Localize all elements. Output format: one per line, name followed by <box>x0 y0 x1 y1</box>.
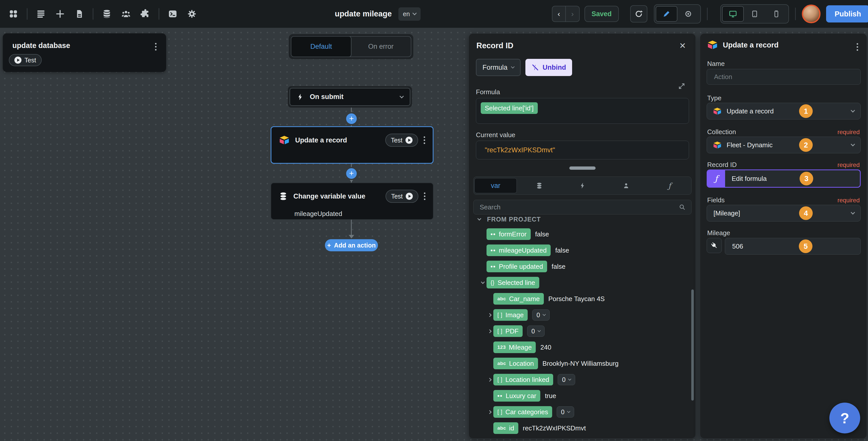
tree-row[interactable]: abcidrecTk2zWxIPKSDmvt <box>469 420 692 436</box>
tab-user[interactable] <box>605 178 647 193</box>
scrollbar-thumb[interactable] <box>691 290 694 401</box>
help-button[interactable]: ? <box>829 403 860 434</box>
search-input[interactable] <box>479 203 679 211</box>
chevron-right-icon[interactable] <box>486 330 493 333</box>
redo-button[interactable]: › <box>566 6 580 22</box>
mileage-input[interactable] <box>725 238 861 255</box>
name-input[interactable] <box>707 69 861 85</box>
test-step-button[interactable]: Test <box>385 134 418 147</box>
airtable-icon <box>279 136 289 145</box>
settings-gear-button[interactable] <box>184 6 200 22</box>
array-index-dropdown[interactable]: 0 <box>558 374 575 385</box>
type-select[interactable]: Update a record 1 <box>707 103 861 119</box>
kebab-menu-icon[interactable] <box>856 42 859 52</box>
test-step-button[interactable]: Test <box>385 190 418 203</box>
array-index-dropdown[interactable]: 0 <box>527 326 545 337</box>
publish-button[interactable]: Publish <box>826 5 868 23</box>
tablet-view-button[interactable] <box>744 6 766 22</box>
binding-panel: Record ID ✕ Formula Unbind Formula Selec… <box>469 33 696 439</box>
kebab-menu-icon[interactable] <box>423 136 426 145</box>
tree-row[interactable]: 123Mileage240 <box>469 339 692 355</box>
user-avatar[interactable] <box>802 4 820 23</box>
add-step-button[interactable]: + <box>345 112 358 125</box>
tree-row[interactable]: abcLocationBrooklyn-NY Williamsburg <box>469 355 692 372</box>
tree-row[interactable]: [ ]Car categories0 <box>469 404 692 420</box>
chevron-right-icon[interactable] <box>486 411 493 413</box>
app-grid-button[interactable] <box>5 6 21 22</box>
page-settings-button[interactable] <box>71 6 87 22</box>
variable-chip[interactable]: ••Profile updated <box>487 261 547 272</box>
unbind-button[interactable]: Unbind <box>525 59 572 76</box>
array-index-value: 0 <box>562 376 565 383</box>
tree-row[interactable]: ••formErrorfalse <box>469 226 692 242</box>
tree-row[interactable]: [ ]Location linked0 <box>469 372 692 388</box>
tab-default[interactable]: Default <box>291 36 351 57</box>
add-action-button[interactable]: +Add an action <box>325 239 378 251</box>
tab-workflows[interactable] <box>562 178 604 193</box>
users-button[interactable] <box>118 6 134 22</box>
variable-chip[interactable]: ••mileageUpdated <box>487 244 551 256</box>
variable-chip[interactable]: abcid <box>493 422 518 434</box>
kebab-menu-icon[interactable] <box>423 192 427 201</box>
chevron-right-icon[interactable] <box>486 314 493 317</box>
plugins-button[interactable] <box>137 6 153 22</box>
plug-icon <box>710 242 718 249</box>
sync-refresh-button[interactable] <box>630 5 647 23</box>
tree-row[interactable]: ••Profile updatedfalse <box>469 258 692 274</box>
undo-button[interactable]: ‹ <box>552 6 566 22</box>
workflow-card[interactable]: update database Test <box>3 33 166 72</box>
mobile-view-button[interactable] <box>766 6 787 22</box>
language-selector[interactable]: en <box>398 7 421 21</box>
tab-collections[interactable] <box>518 178 560 193</box>
tree-row[interactable]: ••Luxury cartrue <box>469 388 692 404</box>
trigger-node[interactable]: On submit <box>289 88 410 106</box>
variable-chip[interactable]: abcCar_name <box>493 293 544 304</box>
preview-mode-button[interactable] <box>677 6 699 22</box>
variable-value: false <box>535 230 549 238</box>
formula-editor[interactable]: Selected line['id'] <box>476 98 689 124</box>
formula-token[interactable]: Selected line['id'] <box>481 102 538 114</box>
variable-chip[interactable]: ••formError <box>487 228 531 240</box>
node-update-record[interactable]: Update a record Test <box>271 126 434 164</box>
panel-drag-handle[interactable] <box>569 167 596 170</box>
chevron-right-icon[interactable] <box>486 378 493 381</box>
add-step-button[interactable]: + <box>345 167 358 180</box>
tree-row[interactable]: {}Selected line <box>469 274 692 291</box>
node-change-variable[interactable]: Change variable value Test mileageUpdate… <box>271 183 434 220</box>
bind-plug-button[interactable] <box>707 238 722 253</box>
collection-select[interactable]: Fleet - Dynamic 2 <box>707 137 861 153</box>
tab-on-error[interactable]: On error <box>351 37 411 57</box>
array-index-dropdown[interactable]: 0 <box>557 406 574 417</box>
test-workflow-button[interactable]: Test <box>9 54 42 66</box>
record-id-formula-field[interactable]: ƒ Edit formula 3 <box>707 170 861 188</box>
tree-row[interactable]: abcCar_namePorsche Taycan 4S <box>469 291 692 307</box>
close-icon[interactable]: ✕ <box>678 41 687 51</box>
variable-chip[interactable]: [ ]Image <box>493 309 528 321</box>
expand-formula-icon[interactable] <box>676 82 687 91</box>
edit-mode-button[interactable] <box>656 6 677 22</box>
data-sources-button[interactable] <box>99 6 115 22</box>
variable-chip[interactable]: [ ]Car categories <box>493 406 552 418</box>
kebab-menu-icon[interactable] <box>154 42 158 52</box>
variable-chip[interactable]: [ ]PDF <box>493 325 523 337</box>
pages-list-button[interactable] <box>33 6 49 22</box>
terminal-button[interactable] <box>165 6 181 22</box>
variable-chip[interactable]: {}Selected line <box>487 277 539 289</box>
array-index-dropdown[interactable]: 0 <box>532 310 550 321</box>
chevron-down-icon[interactable] <box>479 282 487 284</box>
variable-chip[interactable]: ••Luxury car <box>493 390 540 402</box>
add-element-button[interactable] <box>52 6 68 22</box>
variable-chip[interactable]: 123Mileage <box>493 342 536 353</box>
tab-functions[interactable]: ƒ <box>649 178 690 193</box>
tree-row[interactable]: [ ]Image0 <box>469 307 692 323</box>
tree-row[interactable]: [ ]PDF0 <box>469 323 692 339</box>
variable-chip[interactable]: abcLocation <box>493 358 538 369</box>
section-from-project[interactable]: FROM PROJECT <box>469 212 692 226</box>
variable-chip[interactable]: [ ]Location linked <box>493 374 553 385</box>
trigger-label: On submit <box>310 93 344 101</box>
fields-select[interactable]: [Mileage] 4 <box>707 205 861 222</box>
tree-row[interactable]: ••mileageUpdatedfalse <box>469 242 692 258</box>
tab-variables[interactable]: var <box>474 178 517 193</box>
desktop-view-button[interactable] <box>722 6 744 22</box>
binding-type-dropdown[interactable]: Formula <box>476 59 521 76</box>
